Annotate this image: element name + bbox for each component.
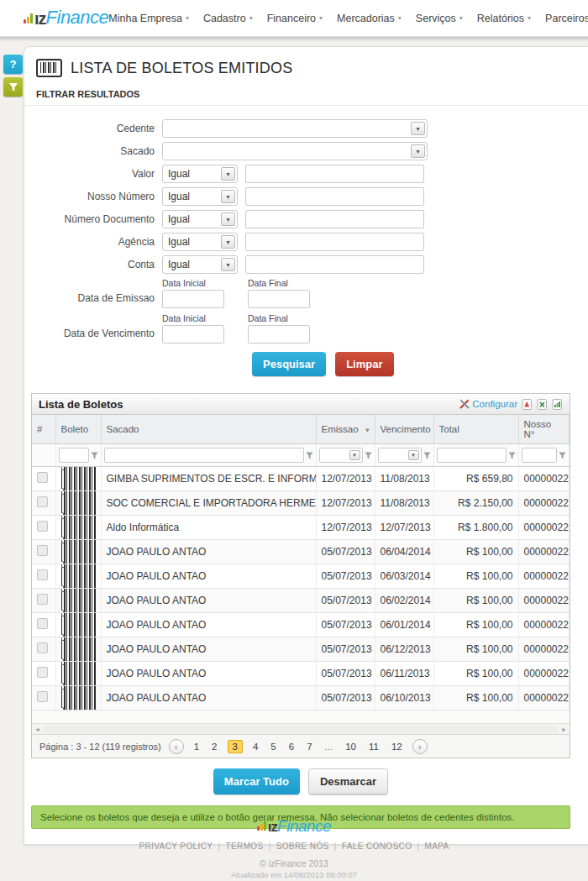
- date-end-input[interactable]: [248, 325, 310, 343]
- vencimento-filter-date[interactable]: ▾: [378, 448, 422, 463]
- nosso-filter-input[interactable]: [522, 448, 558, 463]
- page-number[interactable]: 10: [343, 741, 359, 753]
- filter-funnel-icon[interactable]: [306, 452, 313, 459]
- page-number[interactable]: 1: [192, 741, 202, 753]
- filter-funnel-icon[interactable]: [559, 452, 566, 459]
- row-checkbox[interactable]: [37, 569, 48, 580]
- boleto-barcode-icon[interactable]: [61, 637, 96, 662]
- chevron-down-icon[interactable]: ▾: [408, 450, 419, 460]
- page-number[interactable]: 2: [209, 741, 219, 753]
- column-header-boleto[interactable]: Boleto: [55, 415, 101, 444]
- boleto-barcode-icon[interactable]: [61, 564, 96, 589]
- row-checkbox[interactable]: [37, 496, 48, 507]
- prev-page-button[interactable]: ‹: [169, 739, 184, 754]
- nav-item-financeiro[interactable]: Financeiro ▾: [267, 13, 323, 24]
- boleto-barcode-icon[interactable]: [61, 613, 96, 637]
- page-number[interactable]: 4: [250, 741, 260, 753]
- row-checkbox[interactable]: [37, 472, 48, 483]
- nav-item-relatórios[interactable]: Relatórios ▾: [477, 13, 531, 24]
- column-header-emissao[interactable]: Emissao ▾: [316, 415, 375, 444]
- value-input[interactable]: [245, 210, 424, 228]
- operator-select[interactable]: Igual ▾: [162, 233, 238, 251]
- filter-funnel-icon[interactable]: [508, 452, 516, 459]
- pdf-export-icon[interactable]: [522, 399, 533, 410]
- column-header-num[interactable]: #: [32, 415, 55, 444]
- page-number[interactable]: 11: [366, 741, 381, 753]
- date-start-input[interactable]: [162, 290, 224, 308]
- page-number[interactable]: 7: [304, 741, 314, 753]
- boleto-barcode-icon[interactable]: [61, 589, 96, 613]
- page-number[interactable]: 5: [268, 741, 278, 753]
- operator-select[interactable]: Igual ▾: [162, 187, 238, 206]
- boleto-barcode-icon[interactable]: [61, 516, 96, 540]
- help-button[interactable]: ?: [3, 55, 23, 74]
- column-header-nosso[interactable]: Nosso N°: [518, 415, 570, 444]
- value-input[interactable]: [245, 165, 424, 183]
- boleto-barcode-icon[interactable]: [61, 540, 96, 564]
- nav-item-parceiros[interactable]: Parceiros ▾: [545, 13, 588, 24]
- nav-item-minha-empresa[interactable]: Minha Empresa ▾: [108, 13, 189, 24]
- next-page-button[interactable]: ›: [412, 739, 428, 754]
- footer-link-fale-conosco[interactable]: FALE CONOSCO: [342, 842, 412, 851]
- row-checkbox[interactable]: [37, 618, 48, 629]
- row-checkbox[interactable]: [37, 667, 48, 678]
- filter-funnel-icon[interactable]: [91, 452, 98, 459]
- scrollbar-track[interactable]: [44, 726, 558, 733]
- nav-item-serviços[interactable]: Serviços ▾: [416, 13, 463, 24]
- boleto-barcode-icon[interactable]: [61, 491, 96, 516]
- date-start-input[interactable]: [162, 325, 224, 343]
- chevron-down-icon[interactable]: ▾: [221, 212, 235, 226]
- configure-link[interactable]: Configurar: [459, 399, 517, 409]
- nav-item-cadastro[interactable]: Cadastro ▾: [203, 13, 253, 24]
- date-end-input[interactable]: [248, 290, 310, 308]
- column-header-vencimento[interactable]: Vencimento: [375, 415, 433, 444]
- value-input[interactable]: [245, 187, 424, 206]
- operator-select[interactable]: Igual ▾: [162, 255, 238, 274]
- chevron-down-icon[interactable]: ▾: [221, 258, 235, 271]
- search-button[interactable]: Pesquisar: [252, 352, 326, 376]
- footer-link-termos[interactable]: TERMOS: [225, 842, 263, 851]
- boleto-filter-input[interactable]: [59, 448, 89, 463]
- page-number[interactable]: 12: [389, 741, 405, 753]
- emissao-filter-date[interactable]: ▾: [319, 448, 363, 463]
- clear-button[interactable]: Limpar: [335, 352, 393, 376]
- scroll-left-icon[interactable]: ◄: [32, 724, 43, 734]
- sacado-filter-input[interactable]: [104, 448, 304, 463]
- select-all-button[interactable]: Marcar Tudo: [213, 768, 300, 794]
- footer-logo[interactable]: ız Finance: [0, 819, 588, 834]
- row-checkbox[interactable]: [37, 594, 48, 605]
- column-header-sacado[interactable]: Sacado: [101, 415, 316, 444]
- horizontal-scrollbar[interactable]: ◄ ►: [32, 723, 570, 734]
- footer-link-mapa[interactable]: MAPA: [424, 842, 449, 851]
- filter-funnel-icon[interactable]: [365, 452, 372, 459]
- column-header-total[interactable]: Total: [433, 415, 518, 444]
- operator-select[interactable]: Igual ▾: [162, 210, 238, 228]
- chevron-down-icon[interactable]: ▾: [411, 144, 425, 158]
- chevron-down-icon[interactable]: ▾: [411, 122, 425, 135]
- chevron-down-icon[interactable]: ▾: [221, 190, 235, 203]
- total-filter-input[interactable]: [437, 448, 507, 463]
- boleto-barcode-icon[interactable]: [61, 662, 96, 686]
- footer-link-privacy-policy[interactable]: PRIVACY POLICY: [139, 842, 213, 851]
- sacado-select[interactable]: ▾: [162, 142, 428, 160]
- boleto-barcode-icon[interactable]: [61, 467, 96, 491]
- boleto-barcode-icon[interactable]: [61, 686, 96, 711]
- chevron-down-icon[interactable]: ▾: [349, 450, 360, 460]
- value-input[interactable]: [245, 255, 424, 274]
- filter-funnel-icon[interactable]: [423, 452, 431, 459]
- value-input[interactable]: [245, 233, 424, 251]
- filter-toggle-button[interactable]: [3, 77, 23, 97]
- footer-link-sobre-nós[interactable]: SOBRE NÓS: [276, 842, 329, 851]
- scroll-right-icon[interactable]: ►: [559, 724, 570, 734]
- row-checkbox[interactable]: [37, 691, 48, 702]
- page-number[interactable]: 6: [286, 741, 297, 753]
- deselect-button[interactable]: Desmarcar: [308, 768, 388, 794]
- nav-item-mercadorias[interactable]: Mercadorias ▾: [337, 13, 402, 24]
- app-logo[interactable]: ız Finance: [24, 9, 108, 27]
- row-checkbox[interactable]: [37, 545, 48, 556]
- excel-export-icon[interactable]: [537, 399, 548, 410]
- cedente-select[interactable]: ▾: [162, 119, 428, 138]
- chevron-down-icon[interactable]: ▾: [221, 167, 235, 181]
- operator-select[interactable]: Igual ▾: [162, 165, 238, 183]
- page-number-current[interactable]: 3: [228, 740, 243, 753]
